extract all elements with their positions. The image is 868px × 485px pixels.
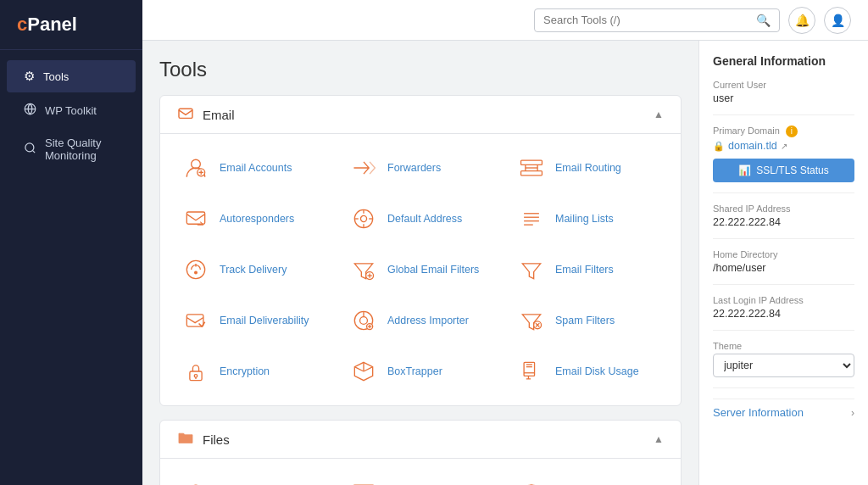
tool-spam-filters[interactable]: Spam Filters xyxy=(504,295,672,346)
current-user-value: user xyxy=(713,92,854,104)
tool-file-manager[interactable]: File Manager xyxy=(169,467,337,485)
email-toggle-icon[interactable]: ▲ xyxy=(654,109,664,120)
svg-rect-7 xyxy=(521,160,542,164)
tool-boxtrapper[interactable]: BoxTrapper xyxy=(337,346,504,397)
tool-images[interactable]: Images xyxy=(337,467,504,485)
theme-row: Theme jupiter paper_lantern xyxy=(713,341,854,388)
theme-select[interactable]: jupiter paper_lantern xyxy=(713,354,854,377)
forwarders-icon xyxy=(348,153,379,183)
current-user-label: Current User xyxy=(713,80,854,90)
files-toggle-icon[interactable]: ▲ xyxy=(654,433,664,445)
last-login-value: 22.222.222.84 xyxy=(713,308,854,320)
page-title: Tools xyxy=(159,58,682,81)
files-section: Files ▲ File Manager xyxy=(159,420,682,485)
email-tools-grid: Email Accounts Forwarders xyxy=(160,134,681,405)
autoresponders-icon xyxy=(181,203,211,234)
encryption-label: Encryption xyxy=(220,365,270,377)
svg-rect-39 xyxy=(190,371,202,381)
address-importer-label: Address Importer xyxy=(387,315,469,326)
forwarders-label: Forwarders xyxy=(387,162,441,174)
tool-email-filters[interactable]: Email Filters xyxy=(504,244,672,295)
tool-email-deliverability[interactable]: Email Deliverability xyxy=(169,295,337,346)
svg-point-31 xyxy=(360,317,368,325)
global-email-filters-icon xyxy=(348,254,379,285)
panel-title: General Information xyxy=(713,54,854,68)
boxtrapper-label: BoxTrapper xyxy=(387,365,442,377)
tool-autoresponders[interactable]: Autoresponders xyxy=(169,193,337,244)
svg-rect-12 xyxy=(186,212,204,224)
tools-main: Tools Email ▲ xyxy=(142,41,698,485)
sidebar-item-tools[interactable]: ⚙ Tools xyxy=(7,60,136,92)
sidebar-item-wp-toolkit[interactable]: WP Toolkit xyxy=(7,94,136,126)
last-login-row: Last Login IP Address 22.222.222.84 xyxy=(713,295,854,331)
files-section-header[interactable]: Files ▲ xyxy=(160,421,681,459)
svg-rect-8 xyxy=(521,171,542,176)
email-section-header[interactable]: Email ▲ xyxy=(160,96,681,134)
directory-privacy-icon xyxy=(516,477,547,485)
tool-mailing-lists[interactable]: Mailing Lists xyxy=(504,193,672,244)
svg-rect-2 xyxy=(179,109,192,118)
email-disk-usage-icon xyxy=(516,356,547,387)
address-importer-icon xyxy=(348,305,379,336)
tools-icon: ⚙ xyxy=(24,69,35,84)
images-icon xyxy=(348,477,379,485)
track-delivery-label: Track Delivery xyxy=(220,264,287,276)
tool-encryption[interactable]: Encryption xyxy=(169,346,337,397)
header: 🔍 🔔 👤 xyxy=(142,0,868,41)
sidebar-item-site-quality[interactable]: Site Quality Monitoring xyxy=(7,128,136,170)
email-filters-label: Email Filters xyxy=(555,264,614,276)
tool-email-routing[interactable]: Email Routing xyxy=(504,142,672,193)
home-dir-label: Home Directory xyxy=(713,249,854,259)
email-routing-label: Email Routing xyxy=(555,162,621,174)
search-input[interactable] xyxy=(543,14,751,26)
email-icon xyxy=(177,106,194,123)
file-manager-icon xyxy=(181,477,211,485)
primary-domain-link[interactable]: domain.tld ↗ xyxy=(728,140,787,152)
boxtrapper-icon xyxy=(348,356,379,387)
shared-ip-value: 22.222.222.84 xyxy=(713,216,854,228)
tool-default-address[interactable]: Default Address xyxy=(337,193,504,244)
wordpress-icon xyxy=(24,103,36,118)
spam-filters-label: Spam Filters xyxy=(555,315,615,326)
tool-track-delivery[interactable]: Track Delivery xyxy=(169,244,337,295)
email-deliverability-icon xyxy=(181,305,211,336)
primary-domain-label: Primary Domain i xyxy=(713,125,854,137)
tool-forwarders[interactable]: Forwarders xyxy=(337,142,504,193)
server-info-chevron: › xyxy=(851,407,854,419)
autoresponders-label: Autoresponders xyxy=(220,213,294,225)
ssl-tls-button[interactable]: 📊 SSL/TLS Status xyxy=(713,159,854,182)
global-email-filters-label: Global Email Filters xyxy=(387,264,479,276)
search-icon: 🔍 xyxy=(756,14,771,27)
svg-point-3 xyxy=(192,159,201,169)
default-address-icon xyxy=(348,203,379,234)
svg-point-14 xyxy=(360,215,366,221)
server-info-row[interactable]: Server Information › xyxy=(713,399,854,426)
svg-line-45 xyxy=(364,367,373,371)
files-folder-icon xyxy=(177,431,194,448)
email-accounts-icon xyxy=(181,153,211,183)
mailing-lists-icon xyxy=(516,203,547,234)
tool-address-importer[interactable]: Address Importer xyxy=(337,295,504,346)
email-routing-icon xyxy=(516,153,547,183)
default-address-label: Default Address xyxy=(387,213,462,225)
files-tools-grid: File Manager Images xyxy=(160,459,681,485)
tool-directory-privacy[interactable]: Directory Privacy xyxy=(504,467,672,485)
sidebar-nav: ⚙ Tools WP Toolkit Site Quality Monitori… xyxy=(0,50,142,181)
svg-point-24 xyxy=(195,271,198,274)
email-filters-icon xyxy=(516,254,547,285)
right-panel: General Information Current User user Pr… xyxy=(698,41,868,485)
lock-icon: 🔒 xyxy=(713,141,725,152)
tool-global-email-filters[interactable]: Global Email Filters xyxy=(337,244,504,295)
notifications-icon[interactable]: 🔔 xyxy=(788,7,815,34)
encryption-icon xyxy=(181,356,211,387)
email-deliverability-label: Email Deliverability xyxy=(220,315,309,326)
tool-email-accounts[interactable]: Email Accounts xyxy=(169,142,337,193)
external-link-icon: ↗ xyxy=(781,142,787,151)
current-user-row: Current User user xyxy=(713,80,854,115)
email-accounts-label: Email Accounts xyxy=(220,162,292,174)
tool-email-disk-usage[interactable]: Email Disk Usage xyxy=(504,346,672,397)
user-icon[interactable]: 👤 xyxy=(824,7,851,34)
main-area: 🔍 🔔 👤 Tools Email xyxy=(142,0,868,485)
primary-domain-row: Primary Domain i 🔒 domain.tld ↗ 📊 SSL/TL… xyxy=(713,125,854,193)
search-bar[interactable]: 🔍 xyxy=(534,8,780,32)
